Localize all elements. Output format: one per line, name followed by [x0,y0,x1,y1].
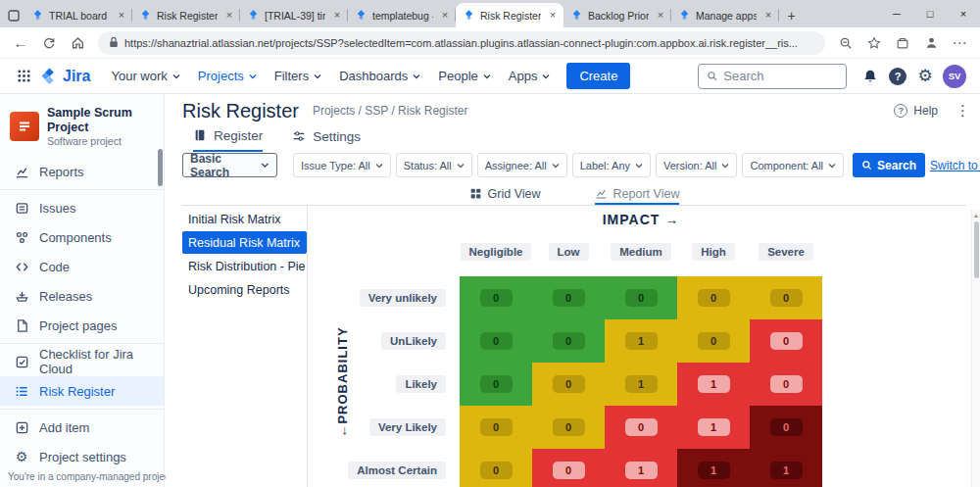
matrix-cell[interactable]: 0 [532,449,605,487]
filter-issue-type[interactable]: Issue Type: All [293,153,391,177]
scrollbar-thumb[interactable] [974,221,979,278]
matrix-cell[interactable]: 0 [460,406,532,449]
matrix-cell[interactable]: 0 [460,449,532,487]
browser-profile-icon[interactable] [918,30,944,56]
matrix-cell[interactable]: 0 [460,363,532,406]
collections-icon[interactable] [890,30,915,56]
matrix-cell[interactable]: 0 [605,406,677,449]
settings-gear-icon[interactable]: ⚙ [911,63,939,90]
back-icon[interactable]: ← [8,30,33,56]
subnav-initial-risk-matrix[interactable]: Initial Risk Matrix [182,208,307,230]
sidebar-item-components[interactable]: Components [0,222,164,252]
matrix-cell[interactable]: 1 [750,449,822,487]
refresh-icon[interactable] [36,30,62,56]
nav-projects[interactable]: Projects [189,60,266,93]
browser-tab[interactable]: templatebug - Iss... × [348,3,456,27]
switch-to-jql-link[interactable]: Switch to JQL [930,159,980,172]
sidebar-item-project-settings[interactable]: ⚙ Project settings [0,442,164,471]
sidebar-item-risk-register[interactable]: Risk Register [0,376,164,406]
matrix-cell[interactable]: 1 [605,319,677,363]
favorites-star-icon[interactable] [861,30,887,56]
maximize-button[interactable]: □ [913,0,947,27]
tab-close-icon[interactable]: × [761,9,775,23]
minimize-button[interactable]: ─ [880,0,913,27]
project-header[interactable]: Sample Scrum Project Software project [0,94,164,155]
matrix-cell[interactable]: 0 [532,406,605,449]
tab-close-icon[interactable]: × [654,9,667,23]
filter-label[interactable]: Label: Any [572,153,651,177]
grid-view-toggle[interactable]: Grid View [469,182,541,205]
search-input[interactable] [723,69,838,83]
help-link[interactable]: Help [913,104,938,118]
matrix-cell[interactable]: 0 [750,406,822,449]
browser-tab[interactable]: Risk Register - Jir... × [132,3,240,27]
tab-close-icon[interactable]: × [330,9,344,23]
browser-tab-active[interactable]: Risk Register - Jir... × [456,3,564,27]
browser-menu-icon[interactable]: ⋯ [947,30,972,56]
create-button[interactable]: Create [566,63,630,89]
matrix-cell[interactable]: 0 [460,319,532,363]
tab-close-icon[interactable]: × [438,9,452,23]
close-button[interactable]: × [947,0,980,27]
scrollbar-up-arrow[interactable]: ▴ [972,210,980,220]
nav-dashboards[interactable]: Dashboards [330,60,429,93]
matrix-cell[interactable]: 0 [677,276,750,319]
help-icon[interactable]: ? [884,63,911,90]
matrix-cell[interactable]: 0 [460,276,532,319]
browser-tab[interactable]: Backlog Prioritiza... × [564,3,671,27]
browser-tab[interactable]: [TRIAL-39] tiritiet... × [240,3,348,27]
report-view-toggle[interactable]: Report View [595,182,680,205]
matrix-cell[interactable]: 0 [750,363,822,406]
app-switcher-icon[interactable] [10,63,37,90]
more-options-icon[interactable]: ⋮ [956,102,970,120]
sidebar-item-checklist[interactable]: Checklist for Jira Cloud [0,347,164,376]
breadcrumb[interactable]: Projects / SSP / Risk Register [313,104,468,118]
sidebar-item-add-item[interactable]: Add item [0,413,164,442]
tab-settings[interactable]: Settings [292,125,361,152]
user-avatar[interactable]: SV [943,65,966,88]
global-search[interactable] [698,64,847,89]
matrix-cell[interactable]: 1 [677,449,750,487]
search-button[interactable]: Search [853,153,925,177]
zoom-icon[interactable] [833,30,858,56]
content-scrollbar[interactable]: ▴ [971,210,980,487]
matrix-cell[interactable]: 0 [750,319,822,363]
sidebar-item-project-pages[interactable]: Project pages [0,311,164,340]
tab-close-icon[interactable]: × [115,9,128,23]
sidebar-item-reports[interactable]: Reports [0,157,164,186]
nav-your-work[interactable]: Your work [102,60,188,93]
tab-register[interactable]: Register [193,125,263,152]
nav-filters[interactable]: Filters [266,60,330,93]
matrix-cell[interactable]: 1 [677,363,750,406]
matrix-cell[interactable]: 1 [605,449,677,487]
tab-actions-icon[interactable] [3,3,24,27]
subnav-risk-distribution-pie[interactable]: Risk Distribution - Pie [182,255,307,277]
matrix-cell[interactable]: 0 [605,276,677,319]
sidebar-item-releases[interactable]: Releases [0,281,164,311]
nav-people[interactable]: People [429,60,499,93]
home-icon[interactable] [65,30,90,56]
filter-component[interactable]: Component: All [742,153,844,177]
sidebar-scrollbar-thumb[interactable] [158,149,163,186]
tab-close-icon[interactable]: × [222,9,236,23]
browser-tab[interactable]: Manage apps - J... × [671,3,779,27]
sidebar-item-code[interactable]: Code [0,252,164,281]
notifications-bell-icon[interactable] [857,63,884,90]
matrix-cell[interactable]: 1 [677,406,750,449]
tab-close-icon[interactable]: × [546,9,560,23]
matrix-cell[interactable]: 0 [532,319,605,363]
new-tab-button[interactable]: + [779,3,804,27]
filter-version[interactable]: Version: All [656,153,737,177]
matrix-cell[interactable]: 0 [532,276,605,319]
filter-status[interactable]: Status: All [396,153,472,177]
matrix-cell[interactable]: 1 [605,363,677,406]
matrix-cell[interactable]: 0 [677,319,750,363]
jira-logo[interactable]: Jira [41,68,90,85]
subnav-upcoming-reports[interactable]: Upcoming Reports [182,278,307,301]
matrix-cell[interactable]: 0 [750,276,822,319]
subnav-residual-risk-matrix[interactable]: Residual Risk Matrix [182,231,307,254]
sidebar-item-issues[interactable]: Issues [0,193,164,222]
url-field[interactable]: https://shanaztrial.atlassian.net/projec… [98,31,825,55]
search-mode-select[interactable]: Basic Search [182,153,277,177]
matrix-cell[interactable]: 0 [532,363,605,406]
